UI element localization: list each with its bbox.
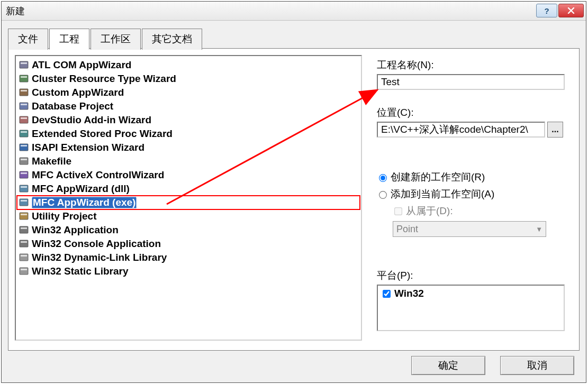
- list-item-label: MFC ActiveX ControlWizard: [32, 169, 164, 181]
- project-type-icon: [19, 212, 30, 221]
- list-item-label: ATL COM AppWizard: [32, 59, 131, 71]
- list-item[interactable]: ISAPI Extension Wizard: [17, 141, 360, 154]
- project-type-icon: [19, 225, 30, 235]
- svg-rect-25: [21, 227, 27, 229]
- svg-rect-19: [21, 186, 27, 188]
- list-item-label: DevStudio Add-in Wizard: [32, 114, 151, 126]
- list-item[interactable]: ATL COM AppWizard: [17, 58, 360, 72]
- list-item[interactable]: MFC AppWizard (exe): [17, 196, 360, 209]
- svg-rect-31: [21, 269, 27, 270]
- svg-rect-27: [21, 241, 27, 243]
- svg-rect-1: [21, 62, 27, 64]
- svg-rect-29: [21, 255, 27, 257]
- svg-rect-4: [20, 89, 28, 96]
- list-item[interactable]: Utility Project: [17, 209, 360, 223]
- project-type-icon: [19, 184, 30, 194]
- project-type-icon: [19, 267, 30, 276]
- new-dialog: 新建 ? 文件 工程 工作区 其它文档 ATL COM AppWizardClu…: [1, 1, 586, 383]
- list-item-label: ISAPI Extension Wizard: [32, 142, 144, 153]
- list-item-label: Win32 Dynamic-Link Library: [32, 252, 167, 263]
- tab-files[interactable]: 文件: [8, 29, 48, 50]
- list-item[interactable]: DevStudio Add-in Wizard: [17, 113, 360, 127]
- svg-rect-3: [21, 76, 27, 78]
- project-type-list[interactable]: ATL COM AppWizardCluster Resource Type W…: [15, 55, 362, 341]
- tab-workspaces[interactable]: 工作区: [91, 29, 141, 50]
- titlebar-buttons: ?: [536, 4, 584, 17]
- list-item[interactable]: Win32 Console Application: [17, 237, 360, 251]
- project-type-icon: [19, 170, 30, 180]
- radio-add-workspace-input[interactable]: [379, 191, 387, 199]
- list-item[interactable]: Win32 Dynamic-Link Library: [17, 251, 360, 264]
- project-name-input[interactable]: [377, 74, 565, 90]
- dependency-checkbox: [394, 207, 402, 215]
- tab-other-docs[interactable]: 其它文档: [142, 29, 202, 50]
- platform-list[interactable]: Win32: [377, 285, 565, 331]
- project-type-icon: [19, 60, 30, 70]
- list-item-label: Database Project: [32, 100, 113, 112]
- svg-rect-16: [20, 171, 28, 178]
- project-type-icon: [19, 102, 30, 111]
- list-item-label: MFC AppWizard (dll): [32, 183, 130, 195]
- list-item[interactable]: Database Project: [17, 99, 360, 113]
- close-icon: [567, 7, 575, 14]
- svg-rect-11: [21, 131, 27, 133]
- dependency-section: 从属于(D): Point ▼: [393, 204, 573, 237]
- list-item-label: Win32 Static Library: [32, 266, 129, 277]
- project-type-icon: [19, 88, 30, 97]
- list-item-label: Extended Stored Proc Wizard: [32, 128, 173, 140]
- list-item[interactable]: Custom AppWizard: [17, 86, 360, 99]
- list-item[interactable]: MFC ActiveX ControlWizard: [17, 168, 360, 182]
- list-item[interactable]: Extended Stored Proc Wizard: [17, 127, 360, 141]
- dependency-checkbox-row: 从属于(D):: [393, 204, 573, 218]
- dependency-combo: Point ▼: [393, 221, 546, 237]
- project-type-icon: [19, 253, 30, 262]
- list-item-label: Custom AppWizard: [32, 87, 124, 98]
- project-type-icon: [19, 239, 30, 249]
- list-item-label: Win32 Application: [32, 224, 119, 236]
- list-item-label: Makefile: [32, 156, 71, 167]
- options-column: 工程名称(N): 位置(C): ... 创建新的工作空间(R) 添加到当前工作空…: [362, 55, 573, 344]
- dialog-title: 新建: [6, 5, 25, 17]
- location-label: 位置(C):: [377, 106, 573, 120]
- list-item[interactable]: Win32 Application: [17, 223, 360, 237]
- radio-create-workspace-input[interactable]: [379, 174, 387, 182]
- svg-rect-30: [20, 268, 28, 275]
- project-name-label: 工程名称(N):: [377, 58, 573, 72]
- help-button[interactable]: ?: [536, 4, 557, 17]
- svg-rect-7: [21, 104, 27, 105]
- radio-create-workspace[interactable]: 创建新的工作空间(R): [377, 170, 573, 184]
- project-type-icon: [19, 157, 30, 166]
- titlebar: 新建 ?: [2, 2, 586, 21]
- svg-rect-23: [21, 214, 27, 215]
- location-input[interactable]: [377, 122, 545, 138]
- list-item[interactable]: Win32 Static Library: [17, 264, 360, 278]
- svg-rect-10: [20, 130, 28, 137]
- list-item-label: Cluster Resource Type Wizard: [32, 73, 176, 85]
- svg-rect-0: [20, 61, 28, 68]
- svg-rect-9: [21, 117, 27, 119]
- tabbar: 文件 工程 工作区 其它文档: [8, 28, 580, 49]
- svg-rect-12: [20, 144, 28, 151]
- cancel-button[interactable]: 取消: [500, 356, 574, 375]
- list-item[interactable]: Cluster Resource Type Wizard: [17, 72, 360, 86]
- svg-rect-6: [20, 103, 28, 109]
- tab-projects[interactable]: 工程: [49, 29, 89, 50]
- list-item[interactable]: Makefile: [17, 154, 360, 168]
- tab-panel: ATL COM AppWizardCluster Resource Type W…: [8, 48, 580, 351]
- svg-rect-18: [20, 185, 28, 192]
- platform-item-win32[interactable]: Win32: [381, 288, 560, 299]
- svg-rect-28: [20, 254, 28, 261]
- svg-rect-13: [21, 145, 27, 147]
- radio-add-workspace[interactable]: 添加到当前工作空间(A): [377, 187, 573, 201]
- svg-rect-14: [20, 158, 28, 164]
- platform-checkbox[interactable]: [383, 290, 391, 298]
- svg-rect-26: [20, 240, 28, 247]
- svg-rect-20: [20, 199, 28, 206]
- project-type-icon: [19, 115, 30, 125]
- close-button[interactable]: [558, 4, 584, 17]
- list-item[interactable]: MFC AppWizard (dll): [17, 182, 360, 196]
- list-item-label: MFC AppWizard (exe): [32, 197, 137, 208]
- browse-button[interactable]: ...: [547, 122, 563, 138]
- ok-button[interactable]: 确定: [411, 356, 485, 375]
- project-type-icon: [19, 74, 30, 84]
